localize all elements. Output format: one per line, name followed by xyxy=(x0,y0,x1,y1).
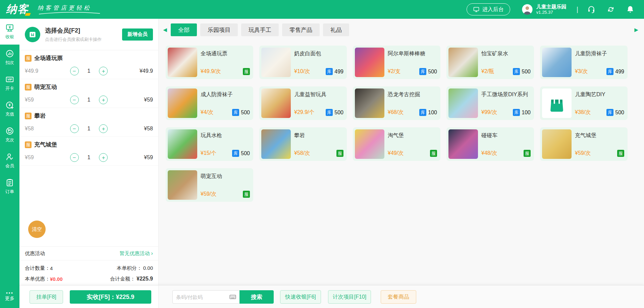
stock-count: 499 xyxy=(615,69,624,75)
product-card[interactable]: 充气城堡 ¥59/次 服 xyxy=(540,127,628,161)
sidebar-item-refill[interactable]: 充次 xyxy=(0,122,19,148)
enter-backend-button[interactable]: 进入后台 xyxy=(467,3,510,15)
product-card[interactable]: 阿尔卑斯棒棒糖 ¥2/支 库 500 xyxy=(353,46,440,79)
cart-item: 服 攀岩 ¥58 − 1 + ¥58 xyxy=(19,108,158,137)
svg-text:¥: ¥ xyxy=(8,103,10,107)
vip-card-icon: VIP xyxy=(5,75,14,84)
service-badge: 服 xyxy=(25,141,32,148)
quick-cashier-button[interactable]: 快速收银[F6] xyxy=(280,290,321,304)
keyboard-icon[interactable] xyxy=(229,293,236,301)
category-tab-retail[interactable]: 零售产品 xyxy=(282,23,320,36)
clear-cart-button[interactable]: 清空 xyxy=(28,221,46,238)
product-image xyxy=(261,129,291,159)
promo-link[interactable]: 暂无优惠活动 › xyxy=(119,250,153,257)
svg-text:VIP: VIP xyxy=(7,78,12,81)
decrease-qty-button[interactable]: − xyxy=(70,153,79,162)
combo-product-button[interactable]: 套餐商品 xyxy=(381,290,416,304)
hold-order-button[interactable]: 挂单[F8] xyxy=(30,290,63,304)
user-block[interactable]: 儿童主题乐园 v1.25.37 xyxy=(522,4,567,15)
sidebar-item-vip-card[interactable]: VIP 开卡 xyxy=(0,70,19,96)
scroll-right-icon[interactable]: ▶ xyxy=(633,27,639,33)
product-name: 攀岩 xyxy=(294,132,343,139)
sidebar-item-deduct[interactable]: 扣次 xyxy=(0,45,19,70)
header-separator: | xyxy=(577,6,578,13)
slogan-underline xyxy=(38,12,101,15)
sidebar-item-label: 充次 xyxy=(5,137,14,143)
product-price: ¥99/次 xyxy=(481,109,497,116)
product-card[interactable]: 儿童防滑袜子 ¥3/次 库 499 xyxy=(540,46,628,79)
cart-item-total: ¥58 xyxy=(121,126,153,132)
sidebar-item-recharge[interactable]: ¥ 充值 xyxy=(0,96,19,122)
service-badge: 服 xyxy=(243,191,250,198)
increase-qty-button[interactable]: + xyxy=(99,124,108,133)
count-item-button[interactable]: 计次项目[F10] xyxy=(328,290,371,304)
sidebar-item-label: 收银 xyxy=(5,34,14,40)
avatar xyxy=(522,4,533,15)
product-name: 玩具水枪 xyxy=(201,132,250,139)
decrease-qty-button[interactable]: − xyxy=(70,124,79,133)
product-price: ¥59/次 xyxy=(575,150,591,157)
increase-qty-button[interactable]: + xyxy=(99,96,108,104)
decrease-qty-button[interactable]: − xyxy=(70,96,79,104)
category-tab-craft[interactable]: 玩具手工 xyxy=(241,23,279,36)
product-image xyxy=(448,88,478,118)
product-name: 阿尔卑斯棒棒糖 xyxy=(388,50,437,57)
product-card[interactable]: 攀岩 ¥58/次 服 xyxy=(259,127,347,161)
total-qty-value: 4 xyxy=(50,265,53,271)
product-image xyxy=(168,129,197,159)
category-tab-gift[interactable]: 礼品 xyxy=(323,23,349,36)
product-name: 充气城堡 xyxy=(575,132,624,139)
product-card[interactable]: 怡宝矿泉水 ¥2/瓶 库 500 xyxy=(446,46,534,79)
product-price: ¥10/次 xyxy=(294,68,310,75)
category-tab-park[interactable]: 乐园项目 xyxy=(200,23,238,36)
category-tab-all[interactable]: 全部 xyxy=(171,23,197,36)
bell-icon[interactable] xyxy=(626,5,635,14)
product-image xyxy=(355,88,384,118)
cashier-icon: ¥ xyxy=(5,23,14,32)
increase-qty-button[interactable]: + xyxy=(99,153,108,162)
product-card[interactable]: 碰碰车 ¥48/次 服 xyxy=(446,127,534,161)
search-button[interactable]: 搜索 xyxy=(239,290,274,304)
product-card[interactable]: 恐龙考古挖掘 ¥68/次 库 100 xyxy=(353,86,440,120)
sidebar-item-more[interactable]: ●●● 更多 xyxy=(0,285,19,308)
product-image xyxy=(355,129,384,159)
product-card[interactable]: 成人防滑袜子 ¥4/次 库 500 xyxy=(166,86,253,120)
sidebar-item-order[interactable]: 订单 xyxy=(0,174,19,199)
product-card[interactable]: 淘气堡 ¥49/次 服 xyxy=(353,127,440,161)
product-card[interactable]: 奶皮白面包 ¥10/次 库 499 xyxy=(259,46,347,79)
select-member-button[interactable]: 选择会员[F2] 点击进行会员搜索或刷卡操作 xyxy=(45,26,102,43)
product-price: ¥2/瓶 xyxy=(481,68,494,75)
sync-icon[interactable] xyxy=(606,5,615,14)
product-card[interactable]: 萌宠互动 ¥59/次 服 xyxy=(166,168,253,202)
search-group: 搜索 xyxy=(172,290,274,304)
stock-badge: 库 xyxy=(232,109,239,116)
product-card[interactable]: 玩具水枪 ¥15/个 库 500 xyxy=(166,127,253,161)
pay-button[interactable]: 实收[F5]：¥225.9 xyxy=(70,290,151,304)
product-card[interactable]: 儿童陶艺DIY ¥38/次 库 500 xyxy=(540,86,628,120)
service-badge: 服 xyxy=(25,55,32,62)
member-card-icon[interactable] xyxy=(25,27,40,42)
sidebar-item-cashier[interactable]: ¥ 收银 xyxy=(0,19,19,45)
product-price: ¥2/支 xyxy=(388,68,400,75)
discount-label: 本单优惠： xyxy=(25,276,50,282)
service-badge: 服 xyxy=(524,150,531,157)
stock-badge: 库 xyxy=(606,109,613,116)
product-card[interactable]: 全场通玩票 ¥49.9/次 服 xyxy=(166,46,253,79)
stock-count: 100 xyxy=(522,110,531,116)
cart-item-price: ¥58 xyxy=(25,126,57,132)
monitor-icon xyxy=(473,6,480,13)
sidebar-item-member[interactable]: 会员 xyxy=(0,148,19,174)
product-card[interactable]: 手工微场景DIY系列 ¥99/次 库 100 xyxy=(446,86,534,120)
stock-count: 500 xyxy=(522,69,531,75)
product-price: ¥38/次 xyxy=(575,109,591,116)
stock-badge: 库 xyxy=(513,68,520,75)
scroll-left-icon[interactable]: ◀ xyxy=(162,27,168,33)
version-label: v1.25.37 xyxy=(536,10,567,15)
product-card[interactable]: 儿童益智玩具 ¥29.9/个 库 500 xyxy=(259,86,347,120)
product-image xyxy=(355,48,384,77)
service-headset-icon[interactable] xyxy=(587,5,596,14)
add-member-button[interactable]: 新增会员 xyxy=(122,28,153,41)
cart-item-name: 萌宠互动 xyxy=(34,83,57,91)
increase-qty-button[interactable]: + xyxy=(99,67,108,75)
decrease-qty-button[interactable]: − xyxy=(70,67,79,75)
